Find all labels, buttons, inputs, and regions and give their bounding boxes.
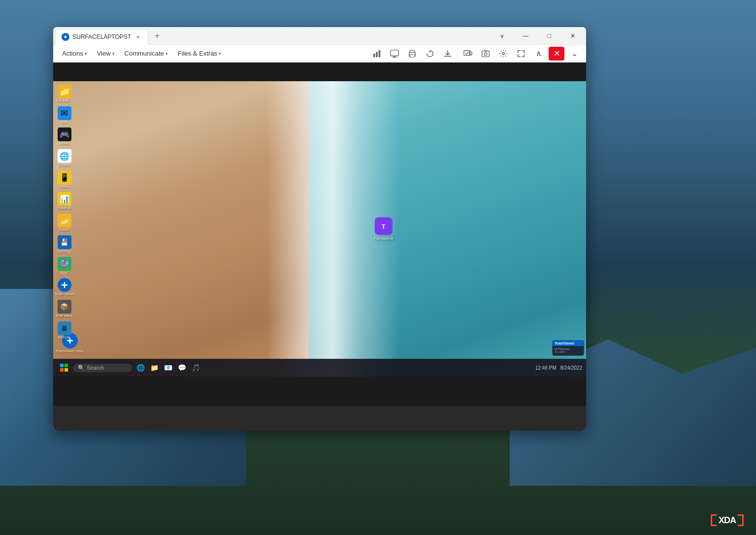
remote-desktop: 📁 File Man... ✉ Mail 🎮 Steam 🌐 Chrome 📱 — [53, 81, 586, 406]
desktop-icon-app1[interactable]: 📱 Teams — [55, 170, 74, 190]
menu-files-extras-label: Files & Extras — [178, 50, 217, 57]
tab-tv-icon — [62, 33, 69, 41]
taskbar-icon-2[interactable]: 📁 — [148, 361, 161, 374]
app1-icon-label: Teams — [59, 185, 69, 189]
xda-bracket-left — [711, 514, 717, 526]
desktop-icon-mail[interactable]: ✉ Mail — [55, 105, 74, 126]
desktop-icon-powerbi[interactable]: 📊 Power BI — [55, 191, 74, 211]
folder-icon: 📁 — [58, 85, 71, 98]
tab-close-btn[interactable]: ✕ — [134, 33, 142, 41]
menu-left: Actions ▾ View ▾ Communicate ▾ Files & E… — [57, 47, 582, 61]
steam-icon: 🎮 — [58, 127, 71, 141]
close-btn[interactable]: ✕ — [561, 28, 584, 44]
app4-icon-label: Remote — [58, 336, 70, 340]
minimize-btn[interactable]: — — [514, 28, 537, 44]
svg-rect-3 — [376, 52, 378, 57]
menu-communicate[interactable]: Communicate ▾ — [120, 47, 173, 61]
menu-communicate-label: Communicate — [125, 50, 164, 57]
svg-rect-9 — [410, 50, 415, 52]
menu-view-chevron: ▾ — [112, 51, 115, 56]
title-bar: SURFACELAPTOPST ✕ + ∨ — □ ✕ — [53, 27, 586, 45]
xda-text: XDA — [719, 515, 736, 526]
taskbar-search-icon: 🔍 — [78, 365, 85, 371]
folder2-icon-label: Folder — [60, 228, 69, 232]
svg-rect-12 — [469, 52, 472, 55]
menu-view[interactable]: View ▾ — [92, 47, 120, 61]
toolbar-disconnect-btn[interactable]: ✕ — [549, 47, 564, 61]
taskbar-icon-4[interactable]: 💬 — [175, 361, 188, 374]
folder-icon-label: File Man... — [56, 99, 72, 103]
xda-bracket-right — [738, 514, 744, 526]
taskbar-start-btn[interactable] — [57, 361, 71, 375]
app2-icon: 🔮 — [58, 257, 71, 271]
tv-notification-popup: TeamViewer WTRemote: 0.1.165... — [552, 340, 584, 356]
app3-icon-label: Blue Wave — [56, 314, 73, 318]
tab-label: SURFACELAPTOPST — [72, 33, 131, 40]
powerbi-icon: 📊 — [58, 192, 71, 206]
toolbar-quality-btn[interactable] — [460, 47, 476, 61]
chrome-icon-label: Chrome — [58, 163, 70, 167]
toolbar-print-btn[interactable] — [404, 47, 420, 61]
taskbar-icon-3[interactable]: 📧 — [162, 361, 174, 374]
taskbar-icon-1[interactable]: 🌐 — [134, 361, 147, 374]
menu-files-extras[interactable]: Files & Extras ▾ — [173, 47, 226, 61]
toolbar-left — [369, 47, 456, 61]
svg-rect-5 — [391, 50, 398, 56]
svg-rect-2 — [373, 54, 375, 57]
toolbar-collapse-btn[interactable]: ∧ — [531, 47, 547, 61]
add-tab-btn[interactable]: + — [150, 29, 164, 43]
taskbar-icon-5[interactable]: 🎵 — [189, 361, 202, 374]
chevron-down-btn[interactable]: ∨ — [491, 28, 513, 44]
desktop-icon-synology[interactable]: 💾 Synology — [55, 234, 74, 254]
app1-icon: 📱 — [58, 171, 71, 185]
menu-actions-label: Actions — [62, 50, 83, 57]
synology-icon: 💾 — [58, 235, 71, 249]
app-window: SURFACELAPTOPST ✕ + ∨ — □ ✕ Actions ▾ Vi… — [53, 27, 586, 431]
desktop-icon-app3[interactable]: 📦 Blue Wave — [55, 299, 74, 319]
center-desktop-icon[interactable]: T Top Uptime — [374, 218, 394, 241]
desktop-icon-app4[interactable]: 🖥 Remote — [55, 320, 74, 341]
taskbar-search-box[interactable]: 🔍 Search — [73, 364, 132, 372]
toolbar-screenshot-btn[interactable] — [478, 47, 493, 61]
mail-icon-label: Mail — [61, 121, 67, 125]
folder2-icon: 📂 — [58, 214, 71, 227]
toolbar-fullscreen-btn[interactable] — [513, 47, 529, 61]
svg-rect-6 — [393, 56, 395, 57]
powerbi-icon-label: Power BI — [57, 206, 71, 210]
desktop-icon-chrome[interactable]: 🌐 Chrome — [55, 148, 74, 168]
desktop-icon-steam[interactable]: 🎮 Steam — [55, 126, 74, 147]
taskbar-time: 12:46 PM — [535, 365, 557, 371]
toolbar-expand-btn[interactable]: ⌄ — [566, 47, 582, 61]
tv-notif-header: TeamViewer — [553, 341, 584, 346]
svg-rect-7 — [393, 57, 397, 58]
toolbar-chart-btn[interactable] — [369, 47, 385, 61]
toolbar-refresh-btn[interactable] — [422, 47, 438, 61]
tab-surfacelaptopst[interactable]: SURFACELAPTOPST ✕ — [55, 29, 148, 45]
synology-icon-label: Synology — [57, 250, 71, 253]
menu-files-extras-chevron: ▾ — [219, 51, 221, 56]
maximize-btn[interactable]: □ — [538, 28, 560, 44]
teamviewer-icon-label: Team-Viewer — [55, 292, 74, 296]
desktop-icon-teamviewer[interactable]: Team-Viewer — [55, 277, 74, 297]
svg-point-16 — [502, 52, 505, 55]
teamviewer-icon — [58, 278, 71, 292]
menu-view-label: View — [97, 50, 111, 57]
desktop-icon-folder2[interactable]: 📂 Folder — [55, 213, 74, 233]
app2-icon-label: App — [61, 271, 67, 275]
toolbar-monitor-btn[interactable] — [387, 47, 402, 61]
menu-actions-chevron: ▾ — [85, 51, 87, 56]
remote-screen: 📁 File Man... ✉ Mail 🎮 Steam 🌐 Chrome 📱 — [53, 81, 586, 377]
desktop-icon-folder[interactable]: 📁 File Man... — [55, 84, 74, 104]
svg-rect-23 — [60, 364, 64, 367]
menu-bar: Actions ▾ View ▾ Communicate ▾ Files & E… — [53, 45, 586, 63]
toolbar-settings-btn[interactable] — [495, 47, 511, 61]
connection-bar — [53, 63, 586, 81]
svg-rect-24 — [65, 364, 68, 367]
toolbar-download-btn[interactable] — [440, 47, 456, 61]
title-bar-tabs: SURFACELAPTOPST ✕ + — [53, 27, 489, 44]
menu-actions[interactable]: Actions ▾ — [57, 47, 92, 61]
svg-rect-13 — [482, 51, 489, 57]
desktop-icon-app2[interactable]: 🔮 App — [55, 256, 74, 276]
desktop-icons-panel: 📁 File Man... ✉ Mail 🎮 Steam 🌐 Chrome 📱 — [53, 81, 75, 377]
taskbar-right-area: 12:46 PM 8/24/2022 — [535, 365, 582, 371]
